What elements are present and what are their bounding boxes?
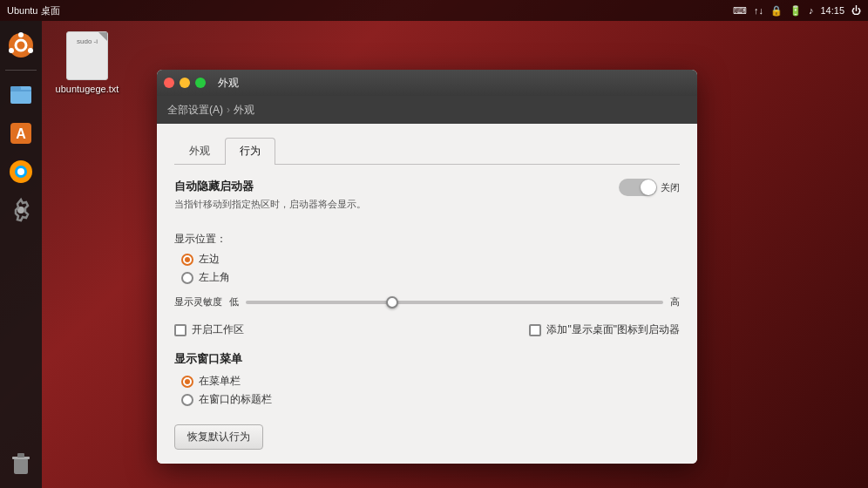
minimize-button[interactable] (180, 78, 190, 88)
breadcrumb-current: 外观 (234, 103, 254, 118)
storage-icon: 🔒 (770, 5, 783, 17)
radio-topleft-circle (181, 272, 193, 284)
maximize-button[interactable] (195, 78, 206, 88)
desktop: Ubuntu 桌面 ⌨ ↑↓ 🔒 🔋 ♪ 14:15 ⏻ A (0, 0, 868, 488)
radio-left-circle (181, 254, 193, 266)
sensitivity-high: 高 (670, 295, 680, 308)
dock-item-settings[interactable] (3, 193, 38, 227)
svg-rect-14 (14, 458, 28, 474)
auto-hide-section: 自动隐藏启动器 当指针移动到指定热区时，启动器将会显示。 关闭 (174, 179, 680, 221)
dock-item-trash[interactable] (3, 446, 38, 481)
checkbox-show-desktop[interactable]: 添加"显示桌面"图标到启动器 (529, 322, 680, 337)
position-radio-group: 左边 左上角 (181, 252, 680, 285)
keyboard-icon: ⌨ (733, 5, 747, 17)
volume-icon: ♪ (809, 5, 814, 16)
toggle-label: 关闭 (661, 181, 680, 194)
dock-separator (5, 70, 37, 71)
dock-item-files[interactable] (3, 78, 38, 112)
sensitivity-slider[interactable] (246, 301, 663, 304)
svg-point-3 (28, 48, 33, 53)
checkbox-show-desktop-label: 添加"显示桌面"图标到启动器 (546, 322, 680, 337)
dock-item-appstore[interactable]: A (3, 116, 38, 151)
radio-titlebar-label: 在窗口的标题栏 (199, 392, 272, 407)
checkboxes-row: 开启工作区 添加"显示桌面"图标到启动器 (174, 322, 680, 337)
window-menu-radio-group: 在菜单栏 在窗口的标题栏 (181, 374, 680, 407)
sensitivity-low: 低 (229, 295, 239, 308)
dialog-content: 外观 行为 自动隐藏启动器 当指针移动到指定热区时，启动器将会显示。 关闭 显示… (157, 124, 697, 464)
reset-button[interactable]: 恢复默认行为 (174, 424, 263, 450)
desktop-label: Ubuntu 桌面 (7, 4, 60, 17)
breadcrumb-root[interactable]: 全部设置(A) (167, 103, 223, 118)
file-label: ubuntugege.txt (56, 84, 119, 94)
auto-hide-text: 自动隐藏启动器 当指针移动到指定热区时，启动器将会显示。 (174, 179, 366, 221)
clock: 14:15 (820, 5, 844, 16)
radio-menubar[interactable]: 在菜单栏 (181, 374, 680, 389)
tab-behavior[interactable]: 行为 (225, 138, 275, 165)
toggle-track[interactable] (619, 179, 657, 196)
position-label: 显示位置： (174, 232, 680, 247)
checkbox-show-desktop-box (529, 324, 541, 336)
network-icon: ↑↓ (754, 5, 763, 16)
dock: A (0, 21, 42, 488)
dialog-titlebar: 外观 (157, 70, 697, 96)
svg-point-2 (18, 32, 24, 37)
breadcrumb-separator: › (227, 104, 230, 116)
tab-appearance[interactable]: 外观 (174, 138, 225, 164)
radio-menubar-circle (181, 376, 193, 388)
radio-left-label: 左边 (199, 252, 220, 267)
sensitivity-row: 显示灵敏度 低 高 (174, 295, 680, 308)
tab-bar: 外观 行为 (174, 138, 680, 165)
battery-icon: 🔋 (790, 5, 802, 17)
radio-left[interactable]: 左边 (181, 252, 680, 267)
sensitivity-label: 显示灵敏度 (174, 295, 222, 308)
dialog-title: 外观 (218, 76, 239, 91)
svg-point-4 (9, 48, 14, 53)
topbar-right: ⌨ ↑↓ 🔒 🔋 ♪ 14:15 ⏻ (733, 5, 861, 17)
topbar: Ubuntu 桌面 ⌨ ↑↓ 🔒 🔋 ♪ 14:15 ⏻ (0, 0, 868, 21)
svg-text:A: A (16, 126, 26, 141)
radio-topleft-label: 左上角 (199, 270, 230, 285)
svg-point-12 (17, 168, 24, 175)
dialog-window: 外观 全部设置(A) › 外观 外观 行为 自动隐藏启动器 当指针移动到指定热区… (157, 70, 697, 464)
radio-topleft[interactable]: 左上角 (181, 270, 680, 285)
window-menu-title: 显示窗口菜单 (174, 351, 680, 367)
radio-titlebar-circle (181, 394, 193, 406)
toggle-thumb (641, 180, 656, 195)
close-button[interactable] (164, 78, 174, 88)
checkbox-workspaces-label: 开启工作区 (192, 322, 244, 337)
breadcrumb: 全部设置(A) › 外观 (157, 96, 697, 124)
dock-item-ubuntu[interactable] (3, 28, 38, 63)
svg-rect-7 (10, 86, 21, 91)
desktop-file[interactable]: sudo -i ubuntugege.txt (52, 31, 122, 94)
radio-menubar-label: 在菜单栏 (199, 374, 241, 389)
checkbox-workspaces-box (174, 324, 186, 336)
file-icon-text: sudo -i (77, 37, 98, 45)
dock-item-firefox[interactable] (3, 154, 38, 189)
auto-hide-title: 自动隐藏启动器 (174, 179, 366, 194)
auto-hide-desc: 当指针移动到指定热区时，启动器将会显示。 (174, 198, 366, 211)
radio-titlebar[interactable]: 在窗口的标题栏 (181, 392, 680, 407)
power-icon: ⏻ (851, 5, 861, 16)
checkbox-workspaces[interactable]: 开启工作区 (174, 322, 244, 337)
file-icon: sudo -i (66, 31, 108, 80)
svg-rect-16 (17, 453, 24, 458)
auto-hide-toggle[interactable]: 关闭 (619, 179, 680, 196)
slider-thumb (386, 296, 398, 308)
